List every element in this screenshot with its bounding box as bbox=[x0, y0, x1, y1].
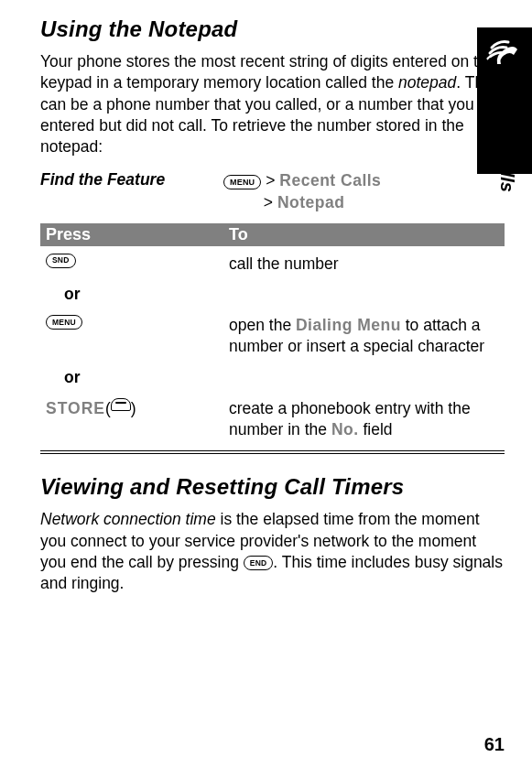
feature-path: MENU > Recent Calls > Notepad bbox=[223, 170, 381, 213]
menu-key-icon: MENU bbox=[223, 175, 261, 189]
col-header-to: To bbox=[229, 225, 499, 244]
heading-notepad: Using the Notepad bbox=[40, 16, 505, 42]
menu-notepad: Notepad bbox=[277, 193, 345, 211]
or-separator: or bbox=[40, 364, 505, 391]
feature-label: Find the Feature bbox=[40, 170, 223, 189]
or-separator: or bbox=[40, 281, 505, 308]
menu-dialing-menu: Dialing Menu bbox=[296, 316, 401, 334]
intro-paragraph-a: Your phone stores the most recent string… bbox=[40, 51, 505, 157]
notepad-term: notepad bbox=[398, 73, 456, 92]
table-row: SND call the number bbox=[40, 246, 505, 282]
table-row: STORE () create a phonebook entry with t… bbox=[40, 391, 505, 448]
menu-no-field: No. bbox=[331, 420, 359, 438]
snd-key-icon: SND bbox=[46, 254, 76, 268]
softkey-icon bbox=[111, 398, 131, 411]
paren: ( bbox=[105, 398, 111, 419]
row3-desc: create a phonebook entry with the number… bbox=[229, 398, 499, 440]
col-header-press: Press bbox=[46, 225, 229, 244]
find-the-feature: Find the Feature MENU > Recent Calls > N… bbox=[40, 170, 505, 213]
text: field bbox=[359, 420, 393, 438]
intro-paragraph-b: Network connection time is the elapsed t… bbox=[40, 509, 505, 594]
gt: > bbox=[266, 171, 275, 189]
end-key-icon: END bbox=[244, 556, 274, 570]
table-header: Press To bbox=[40, 223, 505, 246]
text: open the bbox=[229, 316, 296, 334]
row1-desc: call the number bbox=[229, 254, 499, 275]
page-number: 61 bbox=[484, 734, 505, 755]
table-row: MENU open the Dialing Menu to attach a n… bbox=[40, 308, 505, 364]
row2-desc: open the Dialing Menu to attach a number… bbox=[229, 315, 499, 357]
menu-recent-calls: Recent Calls bbox=[279, 171, 381, 189]
gt: > bbox=[264, 193, 273, 211]
network-term: Network connection time bbox=[40, 510, 216, 528]
heading-timers: Viewing and Resetting Call Timers bbox=[40, 474, 505, 500]
paren: ) bbox=[131, 398, 136, 419]
table-end-rule bbox=[40, 450, 505, 454]
store-label: STORE bbox=[46, 398, 105, 419]
menu-key-icon: MENU bbox=[46, 315, 82, 330]
